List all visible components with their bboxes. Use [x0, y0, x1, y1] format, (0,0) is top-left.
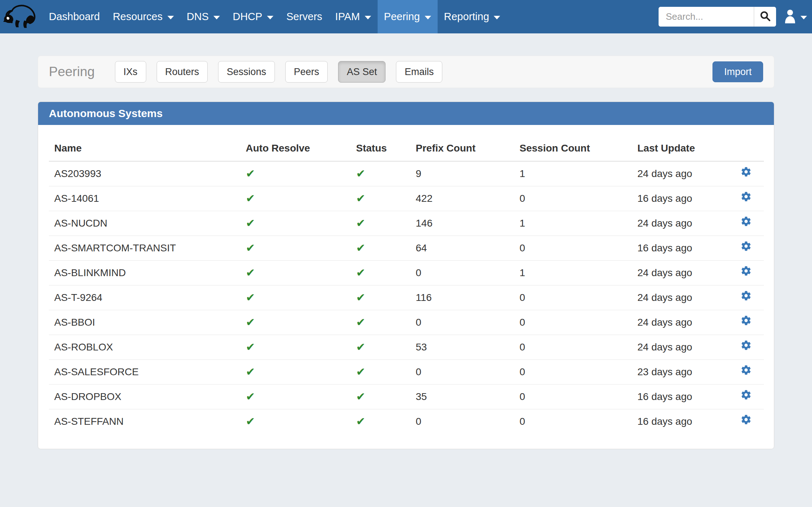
check-icon: ✔ [356, 316, 365, 329]
auto-resolve-cell: ✔ [240, 335, 351, 360]
check-icon: ✔ [356, 291, 365, 304]
caret-down-icon [425, 16, 431, 19]
check-icon: ✔ [246, 415, 255, 428]
actions-cell [735, 236, 764, 261]
nav-item-dns[interactable]: DNS [180, 0, 226, 33]
auto-resolve-cell: ✔ [240, 409, 351, 434]
session-count-cell: 0 [514, 409, 632, 434]
last-update-cell: 16 days ago [632, 186, 735, 211]
last-update-cell: 23 days ago [632, 360, 735, 385]
prefix-count-cell: 116 [410, 285, 514, 310]
check-icon: ✔ [246, 316, 255, 329]
panel-body: NameAuto ResolveStatusPrefix CountSessio… [38, 125, 774, 449]
page-title: Peering [49, 64, 95, 79]
auto-resolve-cell: ✔ [240, 161, 351, 186]
search-button[interactable] [754, 7, 776, 27]
top-navbar: Dashboard Resources DNS DHCP Servers IPA… [0, 0, 812, 33]
table-row: AS-BBOI ✔ ✔ 0 0 24 days ago [49, 310, 764, 335]
search-icon [760, 10, 771, 23]
nav-item-resources[interactable]: Resources [106, 0, 180, 33]
import-button[interactable]: Import [712, 61, 763, 82]
session-count-cell: 0 [514, 186, 632, 211]
table-row: AS-14061 ✔ ✔ 422 0 16 days ago [49, 186, 764, 211]
check-icon: ✔ [246, 217, 255, 229]
gear-icon[interactable] [741, 364, 752, 376]
check-icon: ✔ [356, 266, 365, 279]
nav-item-servers[interactable]: Servers [280, 0, 329, 33]
caret-down-icon [494, 16, 500, 19]
prefix-count-cell: 64 [410, 236, 514, 261]
gear-icon[interactable] [741, 265, 752, 276]
auto-resolve-cell: ✔ [240, 261, 351, 285]
auto-resolve-cell: ✔ [240, 285, 351, 310]
status-cell: ✔ [351, 385, 410, 409]
last-update-cell: 24 days ago [632, 285, 735, 310]
table-row: AS-BLINKMIND ✔ ✔ 0 1 24 days ago [49, 261, 764, 285]
table-row: AS203993 ✔ ✔ 9 1 24 days ago [49, 161, 764, 186]
status-cell: ✔ [351, 261, 410, 285]
gear-icon[interactable] [741, 191, 752, 202]
session-count-cell: 0 [514, 285, 632, 310]
table-row: AS-SALESFORCE ✔ ✔ 0 0 23 days ago [49, 360, 764, 385]
session-count-cell: 1 [514, 211, 632, 236]
auto-resolve-cell: ✔ [240, 186, 351, 211]
badger-logo-icon [3, 3, 40, 31]
as-name-cell: AS-BBOI [49, 310, 240, 335]
as-name-cell: AS-DROPBOX [49, 385, 240, 409]
table-row: AS-SMARTCOM-TRANSIT ✔ ✔ 64 0 16 days ago [49, 236, 764, 261]
auto-resolve-cell: ✔ [240, 385, 351, 409]
table-row: AS-ROBLOX ✔ ✔ 53 0 24 days ago [49, 335, 764, 360]
last-update-cell: 24 days ago [632, 310, 735, 335]
nav-item-dashboard[interactable]: Dashboard [42, 0, 106, 33]
navbar-right [659, 0, 812, 33]
gear-icon[interactable] [741, 414, 752, 425]
user-menu[interactable] [784, 9, 807, 25]
gear-icon[interactable] [741, 290, 752, 301]
as-table: NameAuto ResolveStatusPrefix CountSessio… [49, 136, 764, 434]
gear-icon[interactable] [741, 241, 752, 252]
status-cell: ✔ [351, 211, 410, 236]
as-name-cell: AS-BLINKMIND [49, 261, 240, 285]
actions-cell [735, 360, 764, 385]
tab-emails[interactable]: Emails [396, 61, 442, 83]
auto-resolve-cell: ✔ [240, 236, 351, 261]
tab-peers[interactable]: Peers [285, 61, 328, 83]
gear-icon[interactable] [741, 389, 752, 400]
auto-resolve-cell: ✔ [240, 360, 351, 385]
col-header-last-update: Last Update [632, 136, 735, 161]
gear-icon[interactable] [741, 166, 752, 177]
status-cell: ✔ [351, 360, 410, 385]
peering-toolbar: Peering IXsRoutersSessionsPeersAS SetEma… [38, 56, 774, 88]
auto-resolve-cell: ✔ [240, 211, 351, 236]
caret-down-icon [213, 16, 220, 19]
check-icon: ✔ [246, 366, 255, 378]
app-logo[interactable] [0, 0, 42, 33]
actions-cell [735, 285, 764, 310]
tab-sessions[interactable]: Sessions [218, 61, 275, 83]
status-cell: ✔ [351, 285, 410, 310]
tab-as-set[interactable]: AS Set [338, 61, 386, 83]
status-cell: ✔ [351, 186, 410, 211]
gear-icon[interactable] [741, 216, 752, 227]
nav-item-ipam[interactable]: IPAM [329, 0, 378, 33]
prefix-count-cell: 0 [410, 409, 514, 434]
col-header-actions [735, 136, 764, 161]
check-icon: ✔ [246, 242, 255, 254]
actions-cell [735, 211, 764, 236]
gear-icon[interactable] [741, 315, 752, 326]
check-icon: ✔ [356, 242, 365, 254]
tab-routers[interactable]: Routers [157, 61, 208, 83]
tab-ixs[interactable]: IXs [115, 61, 146, 83]
actions-cell [735, 161, 764, 186]
as-name-cell: AS-T-9264 [49, 285, 240, 310]
session-count-cell: 1 [514, 161, 632, 186]
gear-icon[interactable] [741, 340, 752, 351]
check-icon: ✔ [246, 192, 255, 205]
search-input[interactable] [659, 7, 754, 27]
nav-item-reporting[interactable]: Reporting [438, 0, 507, 33]
nav-item-peering[interactable]: Peering [378, 0, 438, 33]
last-update-cell: 16 days ago [632, 385, 735, 409]
nav-item-dhcp[interactable]: DHCP [226, 0, 280, 33]
col-header-status: Status [351, 136, 410, 161]
prefix-count-cell: 422 [410, 186, 514, 211]
